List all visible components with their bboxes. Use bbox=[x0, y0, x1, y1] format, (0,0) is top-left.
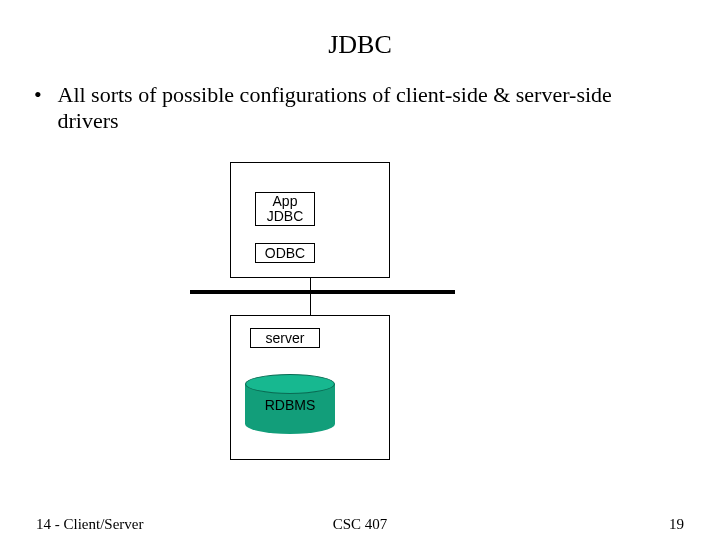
server-box: server bbox=[250, 328, 320, 348]
footer-right: 19 bbox=[669, 516, 684, 533]
odbc-box: ODBC bbox=[255, 243, 315, 263]
diagram-area: App JDBC ODBC server RDBMS bbox=[190, 150, 530, 470]
cylinder-top bbox=[245, 374, 335, 394]
footer-center: CSC 407 bbox=[0, 516, 720, 533]
bullet-text: All sorts of possible configurations of … bbox=[58, 82, 668, 134]
slide: JDBC • All sorts of possible configurati… bbox=[0, 0, 720, 540]
app-label: App bbox=[256, 194, 314, 209]
jdbc-label: JDBC bbox=[256, 209, 314, 224]
rdbms-cylinder: RDBMS bbox=[245, 374, 335, 432]
app-jdbc-box: App JDBC bbox=[255, 192, 315, 226]
rdbms-label: RDBMS bbox=[245, 397, 335, 413]
network-separator bbox=[190, 290, 455, 294]
bullet-item: • All sorts of possible configurations o… bbox=[34, 82, 674, 134]
slide-title: JDBC bbox=[0, 30, 720, 60]
bullet-dot: • bbox=[34, 82, 52, 108]
